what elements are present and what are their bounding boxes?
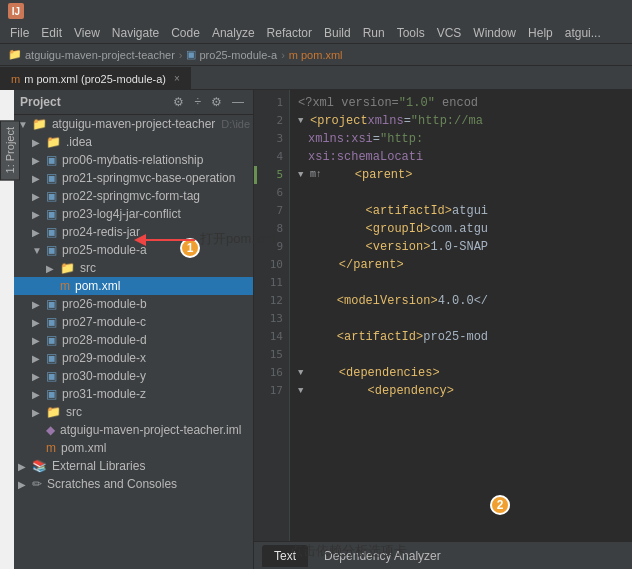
divide-icon[interactable]: ÷ [191, 94, 204, 110]
tab-close-icon[interactable]: × [174, 73, 180, 84]
line-num-13: 13 [254, 310, 289, 328]
fold-btn-5[interactable]: ▼ [298, 166, 308, 184]
fold-btn-17[interactable]: ▼ [298, 382, 308, 400]
line-num-16: 16 [254, 364, 289, 382]
code-editor[interactable]: 1 2 3 4 5 6 7 8 9 10 11 12 13 14 15 16 1… [254, 90, 632, 541]
callout-2: 2 [490, 495, 510, 515]
tree-item-iml[interactable]: ▶ ◆ atguigu-maven-project-teacher.iml [14, 421, 253, 439]
menu-help[interactable]: Help [522, 24, 559, 42]
code-line-4: xsi:schemaLocati [298, 148, 624, 166]
menu-navigate[interactable]: Navigate [106, 24, 165, 42]
pro25-icon: ▣ [46, 243, 57, 257]
pro23-icon: ▣ [46, 207, 57, 221]
tree-item-scratches[interactable]: ▶ ✏ Scratches and Consoles [14, 475, 253, 493]
pro27-icon: ▣ [46, 315, 57, 329]
menu-code[interactable]: Code [165, 24, 206, 42]
settings-icon[interactable]: ⚙ [170, 94, 187, 110]
fold-btn-16[interactable]: ▼ [298, 364, 308, 382]
menu-vcs[interactable]: VCS [431, 24, 468, 42]
line-num-1: 1 [254, 94, 289, 112]
tree-item-pro28[interactable]: ▶ ▣ pro28-module-d [14, 331, 253, 349]
main-area: 1: Project Project ⚙ ÷ ⚙ — ▼ 📁 atguigu-m… [0, 90, 632, 569]
tab-bar: m m pom.xml (pro25-module-a) × [0, 66, 632, 90]
tree-item-root[interactable]: ▼ 📁 atguigu-maven-project-teacher D:\ide [14, 115, 253, 133]
tree-item-external-libs[interactable]: ▶ 📚 External Libraries [14, 457, 253, 475]
tree-item-pom-xml-selected[interactable]: ▶ m pom.xml [14, 277, 253, 295]
tree-item-pro31[interactable]: ▶ ▣ pro31-module-z [14, 385, 253, 403]
tree-item-idea[interactable]: ▶ 📁 .idea [14, 133, 253, 151]
line-num-4: 4 [254, 148, 289, 166]
tree-item-pro29[interactable]: ▶ ▣ pro29-module-x [14, 349, 253, 367]
code-line-1: <?xml version="1.0" encod [298, 94, 624, 112]
code-line-8: <groupId> com.atgu [298, 220, 624, 238]
sidebar-title: Project [20, 95, 166, 109]
line-num-2: 2 [254, 112, 289, 130]
gear-icon[interactable]: ⚙ [208, 94, 225, 110]
iml-icon: ◆ [46, 423, 55, 437]
callout-2-text: 点击依赖分析选项卡 [290, 542, 407, 560]
code-line-15 [298, 346, 624, 364]
pro29-icon: ▣ [46, 351, 57, 365]
code-line-9: <version> 1.0-SNAP [298, 238, 624, 256]
code-line-6 [298, 184, 624, 202]
menu-refactor[interactable]: Refactor [261, 24, 318, 42]
pro28-icon: ▣ [46, 333, 57, 347]
code-line-14: <artifactId> pro25-mod [298, 328, 624, 346]
menu-edit[interactable]: Edit [35, 24, 68, 42]
tree-item-pro23[interactable]: ▶ ▣ pro23-log4j-jar-conflict [14, 205, 253, 223]
tree-item-pro21[interactable]: ▶ ▣ pro21-springmvc-base-operation [14, 169, 253, 187]
menu-bar: File Edit View Navigate Code Analyze Ref… [0, 22, 632, 44]
menu-view[interactable]: View [68, 24, 106, 42]
project-tree: ▼ 📁 atguigu-maven-project-teacher D:\ide… [14, 115, 253, 569]
code-line-2: ▼ <project xmlns = "http://ma [298, 112, 624, 130]
tree-item-pro27[interactable]: ▶ ▣ pro27-module-c [14, 313, 253, 331]
title-bar: IJ [0, 0, 632, 22]
line-num-5: 5 [254, 166, 289, 184]
tree-item-pro22[interactable]: ▶ ▣ pro22-springmvc-form-tag [14, 187, 253, 205]
breadcrumb-project[interactable]: 📁 atguigu-maven-project-teacher [8, 48, 175, 61]
menu-file[interactable]: File [4, 24, 35, 42]
menu-build[interactable]: Build [318, 24, 357, 42]
menu-window[interactable]: Window [467, 24, 522, 42]
src-folder-icon: 📁 [60, 261, 75, 275]
tree-item-pro06[interactable]: ▶ ▣ pro06-mybatis-relationship [14, 151, 253, 169]
line-num-7: 7 [254, 202, 289, 220]
code-line-10: ▼ </parent> [298, 256, 624, 274]
line-num-15: 15 [254, 346, 289, 364]
src-root-icon: 📁 [46, 405, 61, 419]
tree-item-src-root[interactable]: ▶ 📁 src [14, 403, 253, 421]
pro21-icon: ▣ [46, 171, 57, 185]
menu-analyze[interactable]: Analyze [206, 24, 261, 42]
code-line-3: xmlns:xsi = "http: [298, 130, 624, 148]
tree-item-pom-xml-root[interactable]: ▶ m pom.xml [14, 439, 253, 457]
line-num-14: 14 [254, 328, 289, 346]
code-line-16: ▼ <dependencies> [298, 364, 624, 382]
menu-tools[interactable]: Tools [391, 24, 431, 42]
vertical-tab-project[interactable]: 1: Project [0, 120, 20, 180]
fold-btn-2[interactable]: ▼ [298, 112, 308, 130]
line-num-17: 17 [254, 382, 289, 400]
idea-folder-icon: 📁 [46, 135, 61, 149]
tree-item-pro26[interactable]: ▶ ▣ pro26-module-b [14, 295, 253, 313]
line-num-11: 11 [254, 274, 289, 292]
pro06-icon: ▣ [46, 153, 57, 167]
code-line-7: <artifactId> atgui [298, 202, 624, 220]
tree-item-pro30[interactable]: ▶ ▣ pro30-module-y [14, 367, 253, 385]
line-num-6: 6 [254, 184, 289, 202]
menu-atgui[interactable]: atgui... [559, 24, 607, 42]
callout-1-text: 打开pom.xml [200, 230, 275, 248]
tree-item-src[interactable]: ▶ 📁 src [14, 259, 253, 277]
breadcrumb-file[interactable]: m pom.xml [289, 49, 343, 61]
sidebar-header: Project ⚙ ÷ ⚙ — [14, 90, 253, 115]
code-content[interactable]: <?xml version="1.0" encod ▼ <project xml… [290, 90, 632, 541]
external-libs-icon: 📚 [32, 459, 47, 473]
breadcrumb: 📁 atguigu-maven-project-teacher › ▣ pro2… [0, 44, 632, 66]
pro26-icon: ▣ [46, 297, 57, 311]
menu-run[interactable]: Run [357, 24, 391, 42]
sidebar: Project ⚙ ÷ ⚙ — ▼ 📁 atguigu-maven-projec… [14, 90, 254, 569]
collapse-icon[interactable]: — [229, 94, 247, 110]
root-folder-icon: 📁 [32, 117, 47, 131]
pro22-icon: ▣ [46, 189, 57, 203]
tab-pom-xml[interactable]: m m pom.xml (pro25-module-a) × [0, 67, 191, 89]
breadcrumb-module[interactable]: ▣ pro25-module-a [186, 48, 277, 61]
